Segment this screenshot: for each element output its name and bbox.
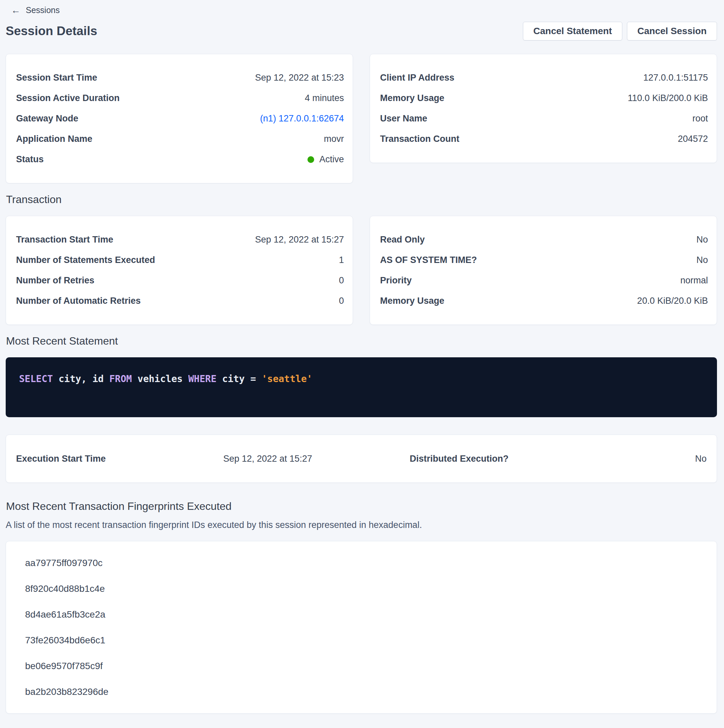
session-active-duration-value: 4 minutes [305,93,344,103]
table-row: Status Active [16,149,344,170]
distributed-execution-label: Distributed Execution? [410,454,568,464]
list-item: 8f920c40d88b1c4e [25,576,707,601]
breadcrumb[interactable]: ← Sessions [11,5,60,15]
session-start-time-value: Sep 12, 2022 at 15:23 [255,73,344,83]
execution-start-time-value: Sep 12, 2022 at 15:27 [223,454,410,464]
transaction-grid: Transaction Start Time Sep 12, 2022 at 1… [6,216,717,325]
sql-text: vehicles [132,373,188,384]
sql-statement-box: SELECT city, id FROM vehicles WHERE city… [6,357,717,417]
cancel-session-button[interactable]: Cancel Session [627,22,717,40]
transaction-start-time-value: Sep 12, 2022 at 15:27 [255,234,344,245]
table-row: AS OF SYSTEM TIME? No [380,250,708,270]
row-label: Priority [380,275,412,286]
cancel-statement-button[interactable]: Cancel Statement [523,22,622,40]
distributed-execution-value: No [568,454,707,464]
row-label: Memory Usage [380,296,444,306]
session-summary-card-left: Session Start Time Sep 12, 2022 at 15:23… [6,54,353,184]
sql-operator: = [250,373,262,384]
table-row: Memory Usage 110.0 KiB/200.0 KiB [380,88,708,109]
status-active-dot-icon [308,156,314,163]
list-item: be06e9570f785c9f [25,653,707,679]
table-row: Number of Retries 0 [16,270,344,291]
sql-text: city [216,373,250,384]
read-only-value: No [696,234,708,245]
client-ip-value: 127.0.0.1:51175 [643,73,708,83]
row-label: Session Active Duration [16,93,120,103]
table-row: Priority normal [380,270,708,291]
table-row: Transaction Start Time Sep 12, 2022 at 1… [16,229,344,250]
session-details-page: ← Sessions Session Details Cancel Statem… [0,0,724,728]
page-header: Session Details Cancel Statement Cancel … [6,22,717,40]
table-row: Number of Automatic Retries 0 [16,291,344,311]
status-badge: Active [308,154,344,165]
list-item: 73fe26034bd6e6c1 [25,627,707,653]
sql-string-literal: 'seattle' [262,373,312,384]
row-label: Session Start Time [16,73,97,83]
back-arrow-icon: ← [11,6,20,15]
as-of-system-time-value: No [696,255,708,265]
row-label: Number of Retries [16,275,94,286]
transaction-card-right: Read Only No AS OF SYSTEM TIME? No Prior… [370,216,717,325]
sql-statement: SELECT city, id FROM vehicles WHERE city… [19,373,312,384]
application-name-value: movr [324,134,344,144]
memory-usage-value: 110.0 KiB/200.0 KiB [628,93,708,103]
row-label: Memory Usage [380,93,444,103]
execution-start-time-label: Execution Start Time [16,454,223,464]
session-summary-grid: Session Start Time Sep 12, 2022 at 15:23… [6,54,717,184]
page-title: Session Details [6,24,97,38]
fingerprints-description: A list of the most recent transaction fi… [6,520,717,530]
table-row: Number of Statements Executed 1 [16,250,344,270]
list-item: ba2b203b823296de [25,679,707,705]
user-name-value: root [692,113,708,124]
row-label: Transaction Count [380,134,459,144]
gateway-node-link[interactable]: (n1) 127.0.0.1:62674 [260,113,344,124]
table-row: Read Only No [380,229,708,250]
table-row: User Name root [380,109,708,129]
breadcrumb-sessions-link: Sessions [26,5,60,15]
table-row: Application Name movr [16,129,344,149]
sql-text: city, id [53,373,109,384]
execution-card: Execution Start Time Sep 12, 2022 at 15:… [6,434,717,483]
row-label: Read Only [380,234,425,245]
header-actions: Cancel Statement Cancel Session [523,22,717,40]
list-item: aa79775ff097970c [25,550,707,576]
txn-memory-usage-value: 20.0 KiB/20.0 KiB [637,296,708,306]
retries-value: 0 [339,275,344,286]
transaction-count-value: 204572 [678,134,708,144]
row-label: User Name [380,113,427,124]
priority-value: normal [680,275,708,286]
table-row: Session Start Time Sep 12, 2022 at 15:23 [16,67,344,88]
table-row: Session Active Duration 4 minutes [16,88,344,109]
sql-keyword: WHERE [188,373,216,384]
row-label: AS OF SYSTEM TIME? [380,255,477,265]
automatic-retries-value: 0 [339,296,344,306]
sql-keyword: FROM [109,373,132,384]
transaction-card-left: Transaction Start Time Sep 12, 2022 at 1… [6,216,353,325]
row-label: Transaction Start Time [16,234,113,245]
fingerprints-card: aa79775ff097970c 8f920c40d88b1c4e 8d4ae6… [6,541,717,714]
statements-executed-value: 1 [339,255,344,265]
list-item: 8d4ae61a5fb3ce2a [25,601,707,627]
row-label: Client IP Address [380,73,455,83]
fingerprints-section-title: Most Recent Transaction Fingerprints Exe… [6,500,717,512]
row-label: Status [16,154,44,165]
table-row: Gateway Node (n1) 127.0.0.1:62674 [16,109,344,129]
row-label: Application Name [16,134,92,144]
transaction-section-title: Transaction [6,193,717,206]
row-label: Number of Statements Executed [16,255,155,265]
sql-keyword: SELECT [19,373,53,384]
table-row: Memory Usage 20.0 KiB/20.0 KiB [380,291,708,311]
session-summary-card-right: Client IP Address 127.0.0.1:51175 Memory… [370,54,717,163]
table-row: Transaction Count 204572 [380,129,708,149]
row-label: Gateway Node [16,113,78,124]
table-row: Client IP Address 127.0.0.1:51175 [380,67,708,88]
status-value: Active [319,154,344,165]
statement-section-title: Most Recent Statement [6,335,717,347]
row-label: Number of Automatic Retries [16,296,141,306]
